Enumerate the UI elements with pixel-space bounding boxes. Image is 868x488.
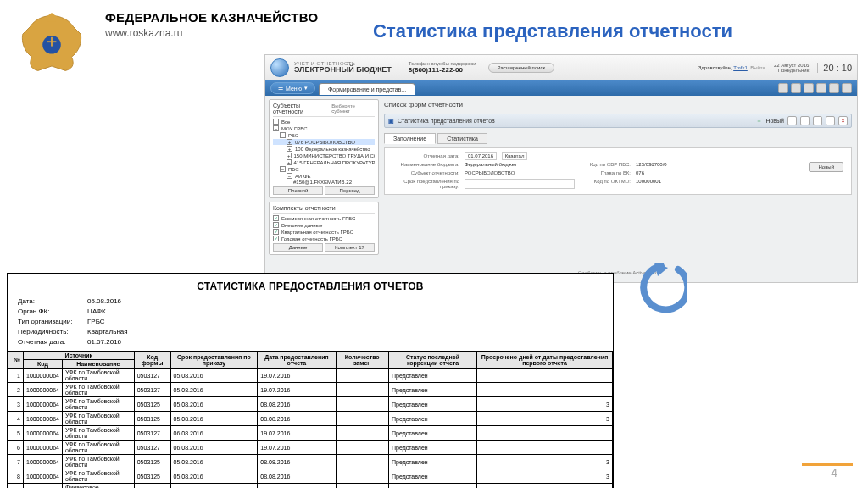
select-subject[interactable]: Выберите субъект	[331, 103, 375, 114]
checkbox-icon[interactable]: ✓	[273, 215, 279, 221]
complects-title: Комплекты отчетности	[273, 205, 336, 211]
complect-item[interactable]: Годовая отчетность ГРБС	[281, 236, 342, 241]
tool-icon[interactable]	[804, 83, 814, 93]
table-row: 91000000100Финансовое управление05031610…	[8, 484, 613, 489]
tab-fill[interactable]: Заполнение	[384, 133, 436, 144]
col-source: Источник	[24, 352, 135, 360]
org-site-link[interactable]: www.roskazna.ru	[105, 27, 182, 39]
toolbar-icon[interactable]	[826, 116, 835, 125]
meta-v: 05.08.2016	[87, 297, 603, 305]
col-code: Код	[24, 360, 63, 369]
close-icon[interactable]: ×	[838, 116, 848, 125]
tool-icon[interactable]	[816, 83, 826, 93]
subjects-tab-flat[interactable]: Плоский	[273, 186, 323, 195]
col-submitted: Дата предоставления отчета	[258, 352, 336, 369]
subjects-title: Субъекты отчетности	[273, 103, 331, 114]
col-overdue: Просрочено дней от даты предоставления п…	[477, 352, 613, 369]
complect-item[interactable]: Внешние данные	[281, 223, 322, 228]
tool-icon[interactable]	[778, 83, 788, 93]
toolbar-icon[interactable]	[813, 116, 822, 125]
menu-button[interactable]: ☰ Меню ▾	[270, 82, 315, 94]
lbl-budget: Наименование бюджета:	[392, 162, 459, 167]
tab-forming[interactable]: Формирование и представ...	[319, 83, 415, 95]
form-area: Отчетная дата: 01.07.2016 Квартал Наимен…	[384, 147, 852, 195]
app-titlebar: УЧЕТ И ОТЧЕТНОСТЬ ЭЛЕКТРОННЫЙ БЮДЖЕТ Тел…	[265, 55, 857, 80]
col-num: №	[8, 352, 24, 369]
complects-tab-17[interactable]: Комплект 17	[325, 243, 375, 252]
subjects-panel: Субъекты отчетности Выберите субъект Все…	[269, 99, 379, 198]
expand-icon[interactable]: +	[287, 139, 292, 145]
tree-node[interactable]: ПБС	[288, 167, 299, 172]
col-status: Статус последней коррекции отчета	[388, 352, 476, 369]
expand-icon[interactable]: −	[280, 166, 286, 172]
tree-node[interactable]: РБС	[288, 133, 298, 138]
meta-v: ЦАФК	[87, 308, 603, 315]
col-form: Код формы	[134, 352, 170, 369]
checkbox-icon[interactable]: ✓	[273, 222, 279, 228]
ext-search-button[interactable]: Расширенный поиск	[488, 63, 555, 73]
username-link[interactable]: Tmfk1	[733, 65, 748, 70]
weekday: Понедельник	[774, 68, 809, 73]
tree-node[interactable]: АИ ФЕ	[295, 174, 311, 179]
val-deadline[interactable]	[465, 179, 575, 189]
accent-bar	[802, 463, 853, 466]
tool-icon[interactable]	[791, 83, 801, 93]
checkbox-icon[interactable]: ✓	[273, 236, 279, 241]
form-tabs: Заполнение Статистика	[384, 133, 852, 144]
table-row: 21000000064УФК по Тамбовской области0503…	[8, 383, 613, 397]
greet-text: Здравствуйте,	[698, 65, 732, 70]
expand-icon[interactable]: +	[287, 159, 292, 165]
subjects-tab-next[interactable]: Переход	[325, 186, 375, 195]
table-row: 71000000064УФК по Тамбовской области0503…	[8, 455, 613, 469]
complects-tab-data[interactable]: Данные	[273, 243, 323, 252]
tree-node[interactable]: 415 ГЕНЕРАЛЬНАЯ ПРОКУРАТУРА Р...	[294, 160, 375, 165]
val-quarter[interactable]: Квартал	[502, 152, 528, 160]
page-number: 4	[831, 466, 837, 480]
complect-item[interactable]: Квартальная отчетность ГРБС	[281, 230, 353, 235]
lbl-report-date: Отчетная дата:	[392, 153, 459, 158]
tree-root[interactable]: МОУ ГРБС	[281, 126, 307, 131]
tree-leaf[interactable]: #150@1.FKХЕМАТИВ.22	[293, 180, 352, 185]
exit-link[interactable]: Выйти	[750, 65, 765, 70]
expand-icon[interactable]: −	[273, 125, 279, 131]
tool-icon[interactable]	[829, 83, 839, 93]
tool-icon[interactable]	[842, 83, 852, 93]
expand-icon[interactable]: −	[280, 132, 286, 138]
app-window: УЧЕТ И ОТЧЕТНОСТЬ ЭЛЕКТРОННЫЙ БЮДЖЕТ Тел…	[264, 54, 858, 283]
meta-v: Квартальная	[87, 328, 603, 336]
checkbox-icon[interactable]: ✓	[273, 229, 279, 235]
val-report-date[interactable]: 01.07.2016	[465, 152, 497, 160]
arrow-icon	[636, 263, 687, 313]
val-tofk: 076	[636, 170, 644, 175]
new-button[interactable]: Новый	[765, 118, 784, 124]
tree-node-selected[interactable]: 076 РОСРЫБОЛОВСТВО	[295, 140, 355, 145]
report-meta: Дата:05.08.2016 Орган ФК:ЦАФК Тип органи…	[18, 297, 603, 346]
expand-icon[interactable]: −	[287, 173, 292, 179]
report-table: № Источник Код формы Срок предоставления…	[8, 351, 613, 488]
lbl-deadline: Срок представления по приказу:	[392, 179, 459, 189]
expand-icon[interactable]: +	[287, 152, 292, 158]
toolbar-icon[interactable]	[787, 116, 797, 125]
val-budget: Федеральный бюджет	[465, 162, 517, 167]
tab-stats[interactable]: Статистика	[437, 133, 487, 144]
support-block: Телефон службы поддержки 8(800)111-222-0…	[409, 61, 476, 74]
report-window: СТАТИСТИКА ПРЕДОСТАВЛЕНИЯ ОТЧЕТОВ Дата:0…	[7, 273, 614, 488]
expand-icon[interactable]: +	[287, 146, 292, 152]
tree-node[interactable]: 100 Федеральное казначейство	[295, 147, 370, 152]
checkbox-all-icon[interactable]	[273, 119, 279, 125]
tree-node[interactable]: 150 МИНИСТЕРСТВО ТРУДА И СОЦИ...	[294, 153, 375, 158]
ribbon: ☰ Меню ▾ Формирование и представ...	[265, 80, 857, 96]
table-row: 81000000064УФК по Тамбовской области0503…	[8, 469, 613, 484]
meta-v: ГРБС	[87, 318, 603, 325]
org-name: ФЕДЕРАЛЬНОЕ КАЗНАЧЕЙСТВО	[105, 10, 318, 25]
greeting: Здравствуйте, Tmfk1 Выйти	[698, 65, 765, 70]
meta-k: Орган ФК:	[18, 308, 87, 315]
treasury-emblem-icon	[14, 12, 90, 75]
svg-rect-2	[51, 37, 53, 47]
val-svr: 123/036700/0	[636, 162, 667, 167]
table-row: 41000000064УФК по Тамбовской области0503…	[8, 412, 613, 426]
complect-item[interactable]: Ежемесячная отчетность ГРБС	[281, 216, 355, 221]
lbl-tofk: Глава по БК:	[580, 170, 631, 175]
ribbon-tools	[778, 83, 852, 93]
toolbar-icon[interactable]	[800, 116, 810, 125]
